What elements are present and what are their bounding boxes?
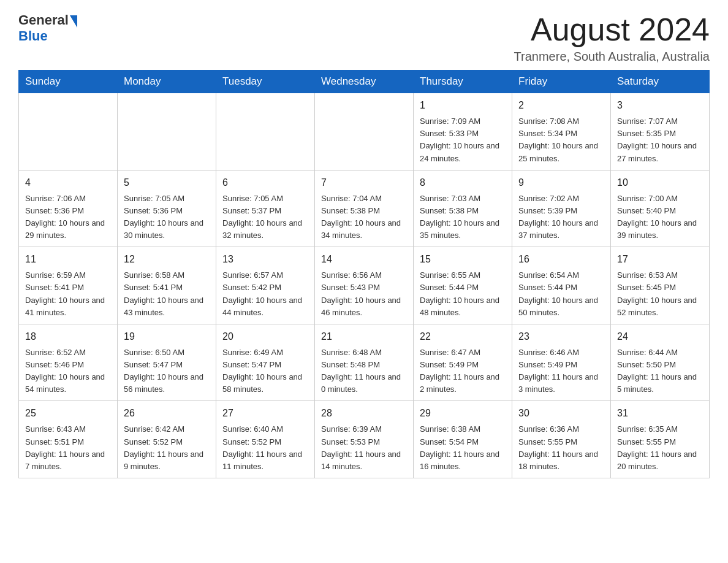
- day-number: 31: [617, 406, 703, 421]
- day-number: 11: [25, 252, 111, 267]
- day-number: 13: [222, 252, 308, 267]
- day-number: 22: [420, 329, 506, 344]
- calendar-cell: 9Sunrise: 7:02 AM Sunset: 5:39 PM Daylig…: [512, 170, 611, 247]
- calendar-week-2: 4Sunrise: 7:06 AM Sunset: 5:36 PM Daylig…: [19, 170, 710, 247]
- day-info: Sunrise: 7:05 AM Sunset: 5:36 PM Dayligh…: [124, 193, 210, 242]
- day-info: Sunrise: 6:44 AM Sunset: 5:50 PM Dayligh…: [617, 347, 703, 396]
- calendar-cell: 6Sunrise: 7:05 AM Sunset: 5:37 PM Daylig…: [216, 170, 315, 247]
- calendar-cell: 15Sunrise: 6:55 AM Sunset: 5:44 PM Dayli…: [414, 247, 512, 324]
- month-title: August 2024: [514, 12, 710, 47]
- page-header: General Blue August 2024 Tranmere, South…: [18, 12, 710, 64]
- day-number: 2: [518, 98, 604, 113]
- day-number: 17: [617, 252, 703, 267]
- day-number: 9: [518, 175, 604, 190]
- calendar-cell: 20Sunrise: 6:49 AM Sunset: 5:47 PM Dayli…: [216, 324, 315, 401]
- day-info: Sunrise: 7:06 AM Sunset: 5:36 PM Dayligh…: [25, 193, 111, 242]
- day-info: Sunrise: 7:08 AM Sunset: 5:34 PM Dayligh…: [518, 115, 604, 165]
- calendar-table: SundayMondayTuesdayWednesdayThursdayFrid…: [18, 70, 710, 478]
- day-info: Sunrise: 6:35 AM Sunset: 5:55 PM Dayligh…: [617, 423, 703, 473]
- weekday-header-thursday: Thursday: [414, 71, 512, 93]
- day-info: Sunrise: 6:47 AM Sunset: 5:49 PM Dayligh…: [420, 347, 506, 396]
- day-info: Sunrise: 6:54 AM Sunset: 5:44 PM Dayligh…: [518, 269, 604, 319]
- day-number: 18: [25, 329, 111, 344]
- calendar-cell: 12Sunrise: 6:58 AM Sunset: 5:41 PM Dayli…: [118, 247, 216, 324]
- calendar-cell: [216, 93, 315, 170]
- calendar-cell: 25Sunrise: 6:43 AM Sunset: 5:51 PM Dayli…: [19, 401, 118, 478]
- calendar-cell: 17Sunrise: 6:53 AM Sunset: 5:45 PM Dayli…: [611, 247, 710, 324]
- day-info: Sunrise: 6:42 AM Sunset: 5:52 PM Dayligh…: [124, 423, 210, 473]
- day-info: Sunrise: 6:57 AM Sunset: 5:42 PM Dayligh…: [222, 269, 308, 319]
- weekday-header-tuesday: Tuesday: [216, 71, 315, 93]
- calendar-cell: 27Sunrise: 6:40 AM Sunset: 5:52 PM Dayli…: [216, 401, 315, 478]
- day-number: 25: [25, 406, 111, 421]
- day-number: 21: [321, 329, 407, 344]
- day-number: 3: [617, 98, 703, 113]
- day-info: Sunrise: 6:55 AM Sunset: 5:44 PM Dayligh…: [420, 269, 506, 319]
- day-number: 30: [518, 406, 604, 421]
- day-info: Sunrise: 6:59 AM Sunset: 5:41 PM Dayligh…: [25, 269, 111, 319]
- day-info: Sunrise: 6:52 AM Sunset: 5:46 PM Dayligh…: [25, 347, 111, 396]
- day-number: 10: [617, 175, 703, 190]
- day-number: 29: [420, 406, 506, 421]
- calendar-cell: 19Sunrise: 6:50 AM Sunset: 5:47 PM Dayli…: [118, 324, 216, 401]
- day-info: Sunrise: 6:49 AM Sunset: 5:47 PM Dayligh…: [222, 347, 308, 396]
- day-number: 15: [420, 252, 506, 267]
- calendar-cell: 5Sunrise: 7:05 AM Sunset: 5:36 PM Daylig…: [118, 170, 216, 247]
- calendar-cell: 2Sunrise: 7:08 AM Sunset: 5:34 PM Daylig…: [512, 93, 611, 170]
- calendar-cell: 13Sunrise: 6:57 AM Sunset: 5:42 PM Dayli…: [216, 247, 315, 324]
- calendar-cell: 26Sunrise: 6:42 AM Sunset: 5:52 PM Dayli…: [118, 401, 216, 478]
- day-info: Sunrise: 6:53 AM Sunset: 5:45 PM Dayligh…: [617, 269, 703, 319]
- calendar-cell: 1Sunrise: 7:09 AM Sunset: 5:33 PM Daylig…: [414, 93, 512, 170]
- day-number: 20: [222, 329, 308, 344]
- location-label: Tranmere, South Australia, Australia: [514, 50, 710, 64]
- calendar-cell: [315, 93, 414, 170]
- day-number: 27: [222, 406, 308, 421]
- day-info: Sunrise: 6:58 AM Sunset: 5:41 PM Dayligh…: [124, 269, 210, 319]
- day-info: Sunrise: 6:48 AM Sunset: 5:48 PM Dayligh…: [321, 347, 407, 396]
- calendar-cell: 28Sunrise: 6:39 AM Sunset: 5:53 PM Dayli…: [315, 401, 414, 478]
- calendar-week-1: 1Sunrise: 7:09 AM Sunset: 5:33 PM Daylig…: [19, 93, 710, 170]
- weekday-header-monday: Monday: [118, 71, 216, 93]
- title-area: August 2024 Tranmere, South Australia, A…: [514, 12, 710, 64]
- day-number: 26: [124, 406, 210, 421]
- day-number: 28: [321, 406, 407, 421]
- calendar-cell: 16Sunrise: 6:54 AM Sunset: 5:44 PM Dayli…: [512, 247, 611, 324]
- day-info: Sunrise: 6:46 AM Sunset: 5:49 PM Dayligh…: [518, 347, 604, 396]
- day-number: 5: [124, 175, 210, 190]
- calendar-week-5: 25Sunrise: 6:43 AM Sunset: 5:51 PM Dayli…: [19, 401, 710, 478]
- calendar-cell: 11Sunrise: 6:59 AM Sunset: 5:41 PM Dayli…: [19, 247, 118, 324]
- calendar-cell: 8Sunrise: 7:03 AM Sunset: 5:38 PM Daylig…: [414, 170, 512, 247]
- weekday-header-friday: Friday: [512, 71, 611, 93]
- day-number: 16: [518, 252, 604, 267]
- day-info: Sunrise: 6:38 AM Sunset: 5:54 PM Dayligh…: [420, 423, 506, 473]
- calendar-cell: 10Sunrise: 7:00 AM Sunset: 5:40 PM Dayli…: [611, 170, 710, 247]
- day-number: 6: [222, 175, 308, 190]
- weekday-header-saturday: Saturday: [611, 71, 710, 93]
- weekday-header-row: SundayMondayTuesdayWednesdayThursdayFrid…: [19, 71, 710, 93]
- day-info: Sunrise: 7:05 AM Sunset: 5:37 PM Dayligh…: [222, 193, 308, 242]
- day-info: Sunrise: 7:02 AM Sunset: 5:39 PM Dayligh…: [518, 193, 604, 242]
- calendar-cell: 29Sunrise: 6:38 AM Sunset: 5:54 PM Dayli…: [414, 401, 512, 478]
- day-info: Sunrise: 7:09 AM Sunset: 5:33 PM Dayligh…: [420, 115, 506, 165]
- day-info: Sunrise: 7:07 AM Sunset: 5:35 PM Dayligh…: [617, 115, 703, 165]
- calendar-cell: 31Sunrise: 6:35 AM Sunset: 5:55 PM Dayli…: [611, 401, 710, 478]
- day-info: Sunrise: 6:43 AM Sunset: 5:51 PM Dayligh…: [25, 423, 111, 473]
- day-info: Sunrise: 6:40 AM Sunset: 5:52 PM Dayligh…: [222, 423, 308, 473]
- logo-general-text: General: [18, 12, 69, 28]
- calendar-cell: [118, 93, 216, 170]
- calendar-cell: 22Sunrise: 6:47 AM Sunset: 5:49 PM Dayli…: [414, 324, 512, 401]
- calendar-body: 1Sunrise: 7:09 AM Sunset: 5:33 PM Daylig…: [19, 93, 710, 478]
- logo-triangle-icon: [70, 15, 77, 28]
- day-number: 8: [420, 175, 506, 190]
- logo: General Blue: [18, 12, 77, 44]
- day-info: Sunrise: 7:00 AM Sunset: 5:40 PM Dayligh…: [617, 193, 703, 242]
- calendar-cell: 3Sunrise: 7:07 AM Sunset: 5:35 PM Daylig…: [611, 93, 710, 170]
- calendar-cell: 4Sunrise: 7:06 AM Sunset: 5:36 PM Daylig…: [19, 170, 118, 247]
- day-info: Sunrise: 7:03 AM Sunset: 5:38 PM Dayligh…: [420, 193, 506, 242]
- calendar-week-3: 11Sunrise: 6:59 AM Sunset: 5:41 PM Dayli…: [19, 247, 710, 324]
- calendar-cell: 30Sunrise: 6:36 AM Sunset: 5:55 PM Dayli…: [512, 401, 611, 478]
- calendar-cell: 21Sunrise: 6:48 AM Sunset: 5:48 PM Dayli…: [315, 324, 414, 401]
- weekday-header-wednesday: Wednesday: [315, 71, 414, 93]
- calendar-cell: 7Sunrise: 7:04 AM Sunset: 5:38 PM Daylig…: [315, 170, 414, 247]
- day-number: 12: [124, 252, 210, 267]
